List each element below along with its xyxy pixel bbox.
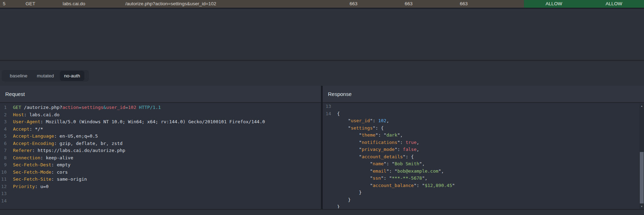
code-line: } [323,189,644,196]
code-text: Referer: https://labs.cai.do/autorize.ph… [13,147,125,154]
response-scrollbar[interactable]: ▲ ▼ [639,104,644,209]
code-text: "settings": { [337,125,384,132]
code-text: "email": "bob@example.com", [337,168,444,175]
line-number: 4 [0,126,7,133]
code-text: "privacy_mode": false, [337,146,419,153]
line-number [323,125,331,132]
request-panel-title: Request [5,91,25,97]
code-text: "theme": "dark", [337,132,403,139]
code-text: User-Agent: Mozilla/5.0 (Windows NT 10.0… [13,118,265,126]
scroll-up-icon[interactable]: ▲ [639,104,644,109]
line-number: 3 [0,118,7,126]
code-line: "account_balance": "$12,890.45" [323,182,644,189]
row-path-cell[interactable]: /autorize.php?action=settings&user_id=10… [122,0,326,8]
request-response-panels: Request 1GET /autorize.php?action=settin… [0,86,644,209]
code-text: Sec-Fetch-Dest: empty [13,161,70,169]
code-text: } [337,203,340,208]
line-number [323,175,331,182]
code-line: 5Accept-Language: en-US,en;q=0.5 [0,133,321,140]
code-text: { [337,110,340,118]
code-line: 9Sec-Fetch-Dest: empty [0,161,321,169]
row-method-cell[interactable]: GET [22,0,59,8]
row-noauth-status-badge[interactable]: ALLOW [584,0,644,8]
code-line: "account_details": { [323,153,644,161]
code-text: Connection: keep-alive [13,154,73,162]
table-row[interactable]: 5 GET labs.cai.do /autorize.php?action=s… [0,0,644,8]
line-number: 14 [323,110,331,118]
row-filler-cell[interactable] [492,0,524,8]
code-line: "name": "Bob Smith", [323,160,644,168]
code-text: } [337,196,351,204]
response-panel-title: Response [328,91,352,97]
code-line: 7Referer: https://labs.cai.do/autorize.p… [0,147,321,154]
row-host-cell[interactable]: labs.cai.do [59,0,122,8]
autorize-tool-window: 5 GET labs.cai.do /autorize.php?action=s… [0,0,644,215]
code-text: Sec-Fetch-Site: same-origin [13,176,87,183]
line-number [323,160,331,168]
code-line: 6Accept-Encoding: gzip, deflate, br, zst… [0,140,321,147]
line-number: 11 [0,176,7,183]
request-panel: Request 1GET /autorize.php?action=settin… [0,86,321,209]
code-line: 13 [0,190,321,197]
detail-tab-section: baseline mutated no-auth [0,61,644,86]
line-number [323,117,331,125]
line-number: 10 [0,169,7,176]
line-number: 5 [0,133,7,140]
code-line: 2Host: labs.cai.do [0,111,321,119]
line-number: 13 [323,103,331,110]
response-code-editor[interactable]: 1314{ "user_id": 102, "settings": { "the… [323,103,644,208]
line-number: 1 [0,104,7,111]
code-text: Accept-Language: en-US,en;q=0.5 [13,133,98,140]
code-line: 14{ [323,110,644,118]
line-number: 9 [0,161,7,169]
code-text: Accept: */* [13,126,43,133]
code-text: Host: labs.cai.do [13,111,59,119]
line-number [323,139,331,146]
row-baseline-length-cell[interactable]: 663 [326,0,382,8]
code-line: 10Sec-Fetch-Mode: cors [0,169,321,176]
code-line: } [323,196,644,204]
row-mutated-status-badge[interactable]: ALLOW [524,0,584,8]
code-text: Accept-Encoding: gzip, deflate, br, zstd [13,140,122,147]
code-text: "user_id": 102, [337,117,389,125]
code-text: Priority: u=0 [13,183,49,190]
row-noauth-length-cell[interactable]: 663 [436,0,492,8]
line-number [323,203,331,208]
code-text: "account_balance": "$12,890.45" [337,182,455,189]
code-text: "account_details": { [337,153,414,161]
code-text: } [337,189,362,196]
tab-no-auth[interactable]: no-auth [60,71,84,81]
code-line: "ssn": "***-**-5678", [323,175,644,182]
code-line: 13 [323,103,644,110]
code-text: GET /autorize.php?action=settings&user_i… [13,104,161,111]
line-number: 7 [0,147,7,154]
row-id-cell[interactable]: 5 [0,0,22,8]
code-line: "settings": { [323,125,644,132]
response-panel-header: Response [323,86,644,103]
line-number [323,153,331,161]
code-line: 4Accept: */* [0,126,321,133]
request-code-editor[interactable]: 1GET /autorize.php?action=settings&user_… [0,103,321,208]
line-number [323,196,331,204]
request-table-body[interactable] [0,9,644,60]
code-line: "privacy_mode": false, [323,146,644,153]
response-panel: Response 1314{ "user_id": 102, "settings… [323,86,644,209]
line-number [323,189,331,196]
tab-baseline[interactable]: baseline [6,71,31,81]
code-line: } [323,203,644,208]
line-number: 2 [0,111,7,119]
scrollbar-thumb[interactable] [640,152,644,203]
line-number: 14 [0,197,7,205]
code-line: "notifications": true, [323,139,644,146]
scroll-down-icon[interactable]: ▼ [639,204,644,209]
tab-bar: baseline mutated no-auth [2,70,89,82]
code-line: 14 [0,197,321,205]
line-number [323,168,331,175]
row-mutated-length-cell[interactable]: 663 [382,0,436,8]
tab-mutated[interactable]: mutated [33,71,57,81]
code-text: "notifications": true, [337,139,419,146]
code-line: "user_id": 102, [323,117,644,125]
code-line: 11Sec-Fetch-Site: same-origin [0,176,321,183]
code-line: 3User-Agent: Mozilla/5.0 (Windows NT 10.… [0,118,321,126]
code-text: "ssn": "***-**-5678", [337,175,427,182]
